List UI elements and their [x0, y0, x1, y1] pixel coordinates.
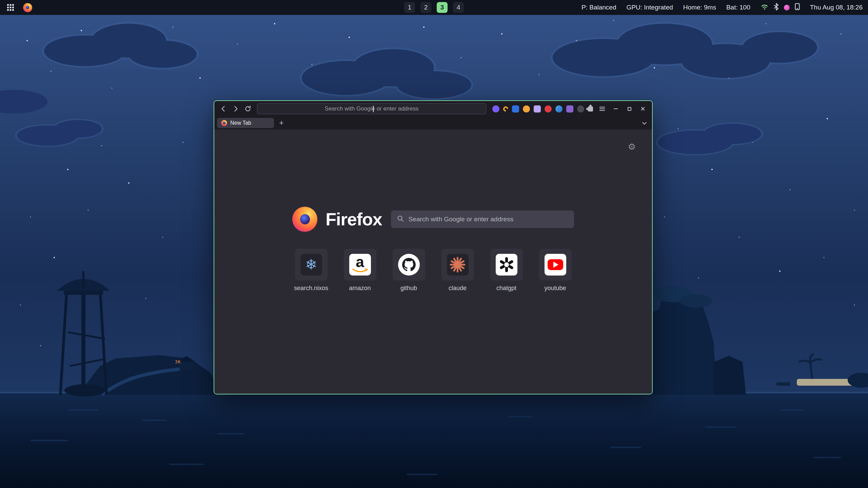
extension-icon-purple[interactable]: [492, 105, 499, 113]
tab-title: New Tab: [230, 120, 251, 126]
new-tab-button[interactable]: +: [277, 118, 286, 128]
gpu-status[interactable]: GPU: Integrated: [626, 4, 673, 11]
battery-status[interactable]: Bat: 100: [726, 4, 750, 11]
maximize-button[interactable]: [624, 103, 635, 115]
recorder-indicator-icon[interactable]: [784, 5, 790, 11]
workspace-button-3[interactable]: 3: [437, 2, 448, 13]
shortcut-youtube[interactable]: youtube: [539, 249, 572, 292]
tab-bar: New Tab +: [214, 117, 652, 129]
apps-launcher-icon[interactable]: [5, 2, 16, 13]
forward-button[interactable]: [230, 103, 241, 115]
wallpaper-sign: 3K: [175, 359, 181, 364]
search-icon: [397, 215, 404, 223]
shortcut-search-nixos[interactable]: ❄ search.nixos: [295, 249, 328, 292]
shortcut-chatgpt[interactable]: chatgpt: [490, 249, 523, 292]
claude-starburst-icon: [450, 257, 466, 272]
urlbar: [257, 103, 486, 114]
tab-list-dropdown-icon[interactable]: [639, 118, 649, 128]
back-button[interactable]: [218, 103, 229, 115]
reload-button[interactable]: [242, 103, 254, 115]
firefox-launcher-icon[interactable]: [22, 2, 33, 13]
extension-icon-violet[interactable]: [566, 105, 573, 113]
tablet-icon[interactable]: [795, 3, 800, 12]
extension-icon-blue[interactable]: [512, 105, 519, 113]
extension-icon-red[interactable]: [545, 105, 552, 113]
extensions-toolbar: [492, 105, 593, 113]
firefox-wordmark: Firefox: [326, 209, 382, 229]
openai-knot-icon: [499, 257, 514, 272]
shortcut-tiles: ❄ search.nixos a amazon: [295, 249, 572, 292]
firefox-favicon: [221, 120, 227, 126]
extension-icon-orange[interactable]: [523, 105, 530, 113]
firefox-window: New Tab + ⚙ Firefox ❄: [214, 100, 653, 394]
minimize-button[interactable]: [610, 103, 622, 115]
newtab-settings-icon[interactable]: ⚙: [628, 142, 636, 151]
status-bar: 1 2 3 4 P: Balanced GPU: Integrated Home…: [0, 0, 868, 15]
clock[interactable]: Thu Aug 08, 18:26: [810, 4, 863, 11]
menu-icon[interactable]: [596, 103, 608, 115]
shortcut-claude[interactable]: claude: [441, 249, 474, 292]
newtab-search-input[interactable]: [408, 215, 568, 223]
youtube-play-icon: [548, 259, 563, 270]
extension-icon-amber-arc[interactable]: [502, 105, 509, 112]
power-profile-status[interactable]: P: Balanced: [581, 4, 616, 11]
newtab-search-bar: [391, 210, 574, 228]
workspace-switcher: 1 2 3 4: [404, 2, 464, 13]
bluetooth-icon[interactable]: [774, 3, 779, 12]
home-latency-status[interactable]: Home: 9ms: [683, 4, 716, 11]
extension-icon-gray[interactable]: [577, 105, 584, 113]
system-tray: [761, 3, 800, 12]
extension-icon-azure[interactable]: [555, 105, 563, 113]
workspace-button-2[interactable]: 2: [420, 2, 431, 13]
shortcut-github[interactable]: github: [393, 249, 425, 292]
tab-new-tab[interactable]: New Tab: [217, 118, 274, 128]
close-button[interactable]: [637, 103, 649, 115]
newtab-page: ⚙ Firefox ❄ search.nixos: [214, 129, 652, 394]
workspace-button-4[interactable]: 4: [453, 2, 464, 13]
browser-toolbar: [214, 101, 652, 117]
text-caret: [373, 106, 374, 112]
amazon-logo-icon: a: [352, 257, 368, 273]
extensions-puzzle-icon[interactable]: [588, 106, 593, 111]
nixos-snowflake-icon: ❄: [305, 258, 317, 272]
urlbar-input[interactable]: [257, 105, 486, 113]
extension-icon-lilac[interactable]: [534, 105, 541, 113]
wifi-icon[interactable]: [761, 3, 769, 12]
window-controls: [610, 103, 649, 115]
shortcut-amazon[interactable]: a amazon: [344, 249, 376, 292]
firefox-logo: [292, 207, 317, 232]
workspace-button-1[interactable]: 1: [404, 2, 415, 13]
github-octocat-icon: [402, 258, 416, 271]
